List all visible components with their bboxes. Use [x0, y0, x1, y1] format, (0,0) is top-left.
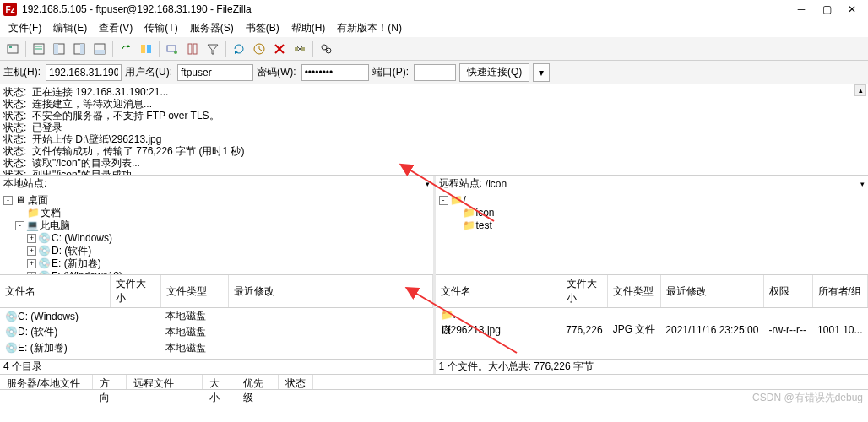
col-name[interactable]: 文件名 [0, 275, 110, 308]
table-row[interactable]: 💿E: (新加卷)本地磁盘 [0, 340, 432, 356]
drive-icon: 💿 [38, 245, 50, 257]
updir[interactable]: .. [453, 309, 459, 321]
log-label: 状态: [3, 133, 26, 145]
tree-drive-d[interactable]: D: (软件) [52, 245, 91, 257]
svg-rect-0 [8, 45, 18, 53]
collapse-icon[interactable]: - [439, 196, 448, 205]
menu-view[interactable]: 查看(V) [94, 19, 138, 37]
search-icon[interactable] [317, 40, 335, 58]
toggle-log-icon[interactable] [30, 40, 48, 58]
local-grid[interactable]: 文件名 文件大小 文件类型 最近修改 💿C: (Windows)本地磁盘💿D: … [0, 275, 433, 359]
svg-rect-12 [141, 45, 145, 53]
log-label: 状态: [3, 169, 26, 176]
filters-icon[interactable] [183, 40, 202, 58]
tree-desktop[interactable]: 桌面 [28, 194, 48, 206]
log-pane: ▴ 状态: 正在连接 192.168.31.190:21...状态: 连接建立，… [0, 84, 868, 176]
col-modified[interactable]: 最近修改 [660, 275, 763, 308]
col-type[interactable]: 文件类型 [160, 275, 228, 308]
log-text: 正在连接 192.168.31.190:21... [32, 86, 168, 98]
refresh-icon[interactable] [230, 40, 248, 58]
host-input[interactable] [46, 64, 122, 81]
col-size[interactable]: 文件大小 [561, 275, 607, 308]
menu-file[interactable]: 文件(F) [3, 19, 46, 37]
col-type[interactable]: 文件类型 [608, 275, 661, 308]
file-icon: 🖼 [441, 324, 451, 336]
sitemgr2-icon[interactable] [163, 40, 182, 58]
qcol-prio[interactable]: 优先级 [236, 375, 279, 389]
computer-icon: 💻 [26, 219, 38, 232]
scroll-up-icon[interactable]: ▴ [854, 84, 866, 96]
log-text: 文件传输成功，传输了 776,226 字节 (用时1 秒) [32, 145, 244, 157]
menu-edit[interactable]: 编辑(E) [48, 19, 92, 37]
menu-bookmarks[interactable]: 书签(B) [241, 19, 285, 37]
log-text: 连接建立，等待欢迎消息... [32, 98, 152, 110]
dropdown-icon[interactable]: ▾ [860, 180, 865, 188]
quickconnect-button[interactable]: 快速连接(Q) [459, 63, 529, 82]
expand-icon[interactable]: + [27, 234, 36, 243]
svg-line-22 [259, 49, 262, 51]
remote-grid[interactable]: 文件名 文件大小 文件类型 最近修改 权限 所有者/组 📁.. 🖼296213.… [436, 275, 869, 359]
log-label: 状态: [3, 145, 26, 157]
tree-icon-folder[interactable]: icon [476, 207, 495, 219]
qcol-host[interactable]: 服务器/本地文件 [0, 375, 93, 389]
table-row[interactable]: 💿C: (Windows)本地磁盘 [0, 308, 432, 325]
menu-newversion[interactable]: 有新版本！(N) [332, 19, 407, 37]
quickconnect-dropdown[interactable]: ▾ [533, 63, 550, 82]
toggle-filter-icon[interactable] [203, 40, 222, 58]
qcol-remote[interactable]: 远程文件 [127, 375, 203, 389]
tree-root[interactable]: / [464, 194, 466, 206]
tree-documents[interactable]: 文档 [41, 207, 61, 219]
sitemgr-icon[interactable] [3, 40, 22, 58]
menu-server[interactable]: 服务器(S) [185, 19, 239, 37]
user-input[interactable] [177, 64, 253, 81]
app-icon: Fz [3, 3, 17, 16]
col-perm[interactable]: 权限 [763, 275, 812, 308]
sync-icon[interactable] [117, 40, 135, 58]
table-row[interactable]: 📁.. [436, 308, 868, 322]
svg-rect-26 [301, 47, 305, 51]
drive-icon: 💿 [38, 257, 50, 270]
process-queue-icon[interactable] [250, 40, 269, 58]
qcol-size[interactable]: 大小 [203, 375, 236, 389]
minimize-button[interactable]: ─ [789, 1, 814, 18]
col-modified[interactable]: 最近修改 [228, 275, 432, 308]
remote-path-input[interactable] [486, 177, 857, 191]
tree-drive-c[interactable]: C: (Windows) [52, 232, 112, 244]
local-tree[interactable]: -🖥桌面 📁文档 -💻此电脑 +💿C: (Windows) +💿D: (软件) … [0, 192, 433, 275]
svg-rect-1 [9, 46, 12, 48]
close-button[interactable]: ✕ [839, 1, 865, 18]
local-path-input[interactable] [50, 177, 421, 191]
qcol-dir[interactable]: 方向 [93, 375, 127, 389]
collapse-icon[interactable]: - [3, 196, 13, 205]
remote-site-label: 远程站点: [439, 176, 482, 191]
tree-thispc[interactable]: 此电脑 [40, 219, 70, 231]
table-row[interactable]: 💿D: (软件)本地磁盘 [0, 324, 432, 340]
svg-rect-14 [167, 46, 176, 51]
col-name[interactable]: 文件名 [436, 275, 561, 308]
dropdown-icon[interactable]: ▾ [426, 180, 430, 188]
qcol-status[interactable]: 状态 [279, 375, 313, 389]
tree-test-folder[interactable]: test [476, 219, 492, 231]
tree-drive-e[interactable]: E: (新加卷) [52, 257, 101, 269]
expand-icon[interactable]: + [27, 259, 36, 268]
compare-icon[interactable] [137, 40, 155, 58]
col-size[interactable]: 文件大小 [110, 275, 160, 308]
pass-input[interactable] [301, 64, 369, 81]
folder-icon: 📁 [441, 309, 453, 321]
collapse-icon[interactable]: - [15, 221, 24, 230]
toggle-localtree-icon[interactable] [50, 40, 68, 58]
port-input[interactable] [414, 64, 456, 81]
col-owner[interactable]: 所有者/组 [812, 275, 867, 308]
menu-help[interactable]: 帮助(H) [286, 19, 331, 37]
table-row[interactable]: 🖼296213.jpg776,226JPG 文件2021/11/16 23:25… [436, 322, 868, 338]
expand-icon[interactable]: + [27, 246, 36, 256]
log-text: 不安全的服务器，不支持 FTP over TLS。 [32, 110, 220, 122]
maximize-button[interactable]: ▢ [814, 1, 839, 18]
cancel-icon[interactable] [270, 40, 289, 58]
disconnect-icon[interactable] [290, 40, 309, 58]
folder-icon: 📁 [450, 194, 462, 207]
toggle-remotetree-icon[interactable] [70, 40, 89, 58]
remote-tree[interactable]: -📁/ 📁icon 📁test [436, 192, 869, 275]
menu-transfer[interactable]: 传输(T) [139, 19, 182, 37]
toggle-queue-icon[interactable] [90, 40, 109, 58]
